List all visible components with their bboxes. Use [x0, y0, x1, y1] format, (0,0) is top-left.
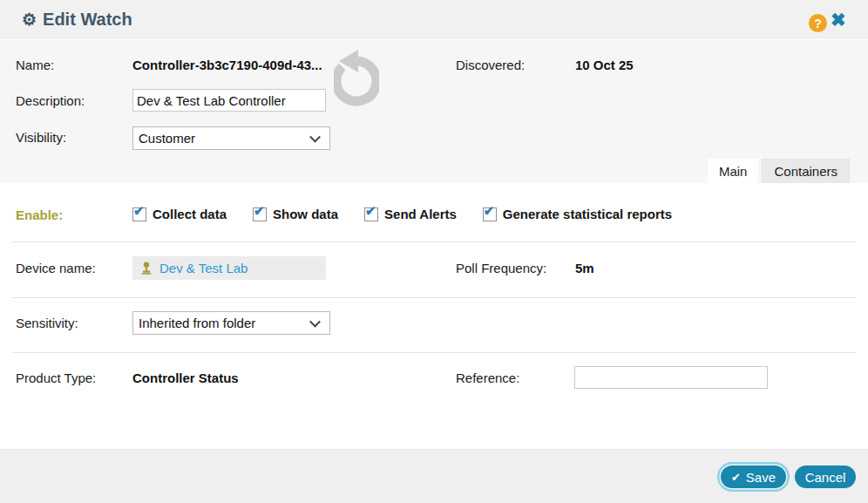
checkbox-box: ✔	[483, 207, 497, 221]
description-input[interactable]	[132, 89, 326, 112]
cancel-button-label: Cancel	[805, 470, 846, 485]
product-type-value: Controller Status	[132, 370, 239, 385]
poll-frequency-value: 5m	[575, 261, 594, 275]
divider	[12, 241, 856, 242]
device-link[interactable]: Dev & Test Lab	[132, 256, 326, 280]
visibility-label: Visibility:	[16, 130, 66, 145]
visibility-select-value: Customer	[139, 131, 195, 146]
device-link-text: Dev & Test Lab	[159, 261, 248, 275]
checkbox-label: Generate statistical reports	[503, 207, 672, 221]
dialog-header: ⚙ Edit Watch ? ✖	[0, 0, 868, 38]
check-icon: ✔	[133, 204, 145, 217]
sensitivity-label: Sensitivity:	[16, 316, 78, 330]
cancel-button[interactable]: Cancel	[795, 466, 856, 488]
poll-frequency-label: Poll Frequency:	[456, 261, 546, 275]
help-icon[interactable]: ?	[809, 14, 827, 32]
divider	[12, 297, 856, 298]
name-label: Name:	[16, 58, 54, 72]
checkbox-box: ✔	[253, 207, 267, 221]
device-name-label: Device name:	[16, 261, 96, 275]
joystick-icon	[139, 262, 153, 275]
checkbox-send-alerts[interactable]: ✔ Send Alerts	[364, 207, 457, 221]
check-icon: ✔	[731, 472, 741, 483]
visibility-select[interactable]: Customer	[132, 126, 330, 150]
checkbox-label: Collect data	[153, 207, 227, 221]
discovered-label: Discovered:	[456, 58, 525, 72]
close-icon[interactable]: ✖	[831, 10, 846, 31]
sensitivity-select-value: Inherited from folder	[139, 316, 255, 330]
dialog-title-wrap: ⚙ Edit Watch	[22, 0, 132, 38]
tab-containers[interactable]: Containers	[762, 159, 850, 183]
checkbox-collect-data[interactable]: ✔ Collect data	[132, 207, 227, 221]
sensitivity-select[interactable]: Inherited from folder	[132, 311, 330, 335]
checkbox-box: ✔	[364, 207, 378, 221]
check-icon: ✔	[254, 204, 265, 217]
discovered-value: 10 Oct 25	[575, 58, 634, 72]
checkbox-show-data[interactable]: ✔ Show data	[253, 207, 338, 221]
check-icon: ✔	[365, 204, 376, 217]
name-value: Controller-3b3c7190-409d-43...	[132, 58, 322, 72]
product-type-label: Product Type:	[16, 370, 96, 385]
tab-main[interactable]: Main	[708, 159, 759, 183]
gear-icon: ⚙	[22, 11, 37, 28]
checkbox-box: ✔	[132, 207, 146, 221]
description-label: Description:	[16, 93, 85, 108]
chevron-down-icon	[309, 316, 321, 327]
enable-checkbox-row: ✔ Collect data ✔ Show data ✔ Send Alerts…	[132, 207, 672, 221]
checkbox-label: Send Alerts	[384, 207, 457, 221]
check-icon: ✔	[484, 204, 495, 217]
edit-watch-dialog: ⚙ Edit Watch ? ✖ Name: Controller-3b3c71…	[0, 0, 868, 503]
reference-input[interactable]	[574, 366, 768, 389]
divider	[12, 352, 856, 353]
page-title: Edit Watch	[43, 10, 132, 30]
save-button-label: Save	[746, 470, 776, 485]
enable-label: Enable:	[16, 207, 63, 222]
checkbox-generate-reports[interactable]: ✔ Generate statistical reports	[483, 207, 672, 221]
undo-icon[interactable]	[334, 47, 379, 115]
reference-label: Reference:	[456, 370, 519, 385]
save-button[interactable]: ✔ Save	[721, 466, 786, 488]
checkbox-label: Show data	[273, 207, 338, 221]
chevron-down-icon	[309, 131, 321, 142]
tab-bar: Main Containers	[708, 159, 850, 183]
